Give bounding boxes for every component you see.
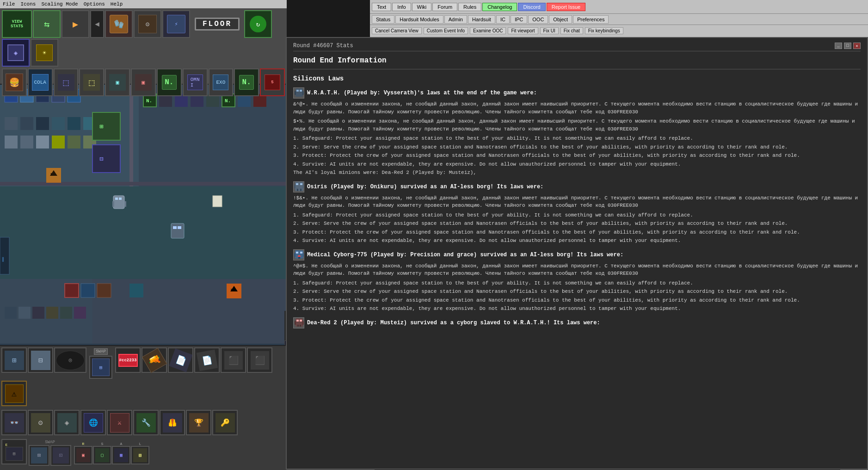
- char-slot-4[interactable]: 🌐: [80, 410, 106, 435]
- svg-rect-67: [295, 88, 303, 97]
- tab-preferences[interactable]: Preferences: [573, 15, 609, 24]
- bottom-item-6[interactable]: ⚠: [1, 381, 27, 406]
- syndie-button[interactable]: #cc2233: [118, 354, 138, 367]
- svg-rect-53: [97, 284, 111, 297]
- report-issue-button[interactable]: Report Issue: [547, 3, 585, 11]
- swap-slot[interactable]: ⇆: [33, 10, 61, 38]
- bottom-slot-3[interactable]: ◎: [54, 347, 86, 373]
- bottom-slot-1[interactable]: ⊞: [1, 347, 27, 373]
- inv-slot-red[interactable]: 5: [260, 68, 285, 96]
- menu-options[interactable]: Options: [84, 1, 105, 7]
- char-slot-7[interactable]: 🦺: [160, 410, 185, 435]
- char-slot-5[interactable]: ⚔: [107, 410, 132, 435]
- inv-slot-4[interactable]: ⬚: [79, 68, 104, 96]
- tab-status[interactable]: Status: [372, 15, 394, 24]
- close-button[interactable]: ✕: [853, 43, 861, 49]
- discord-button[interactable]: Discord: [518, 3, 545, 11]
- action-slot-2[interactable]: ◈: [2, 39, 30, 67]
- menu-scaling[interactable]: Scaling Mode: [41, 1, 78, 7]
- text-button[interactable]: Text: [372, 3, 391, 11]
- swap-slot-b[interactable]: ⊡: [50, 445, 71, 466]
- wiki-button[interactable]: Wiki: [412, 3, 432, 11]
- bottom-item-1[interactable]: 🔫: [142, 347, 167, 373]
- examine-ooc-btn[interactable]: Examine OOC: [470, 27, 506, 34]
- char-slot-6[interactable]: 🔧: [133, 410, 159, 435]
- custom-event-btn[interactable]: Custom Event Info: [424, 27, 468, 34]
- inv-slot-7[interactable]: OMNI: [183, 68, 208, 96]
- swap-main-slot[interactable]: ⊞: [89, 356, 112, 379]
- rules-button[interactable]: Rules: [458, 3, 481, 11]
- round-stats-panel[interactable]: Round #46607 Stats _ □ ✕ Round End Infor…: [286, 37, 868, 470]
- tab-ooc[interactable]: OOC: [528, 15, 548, 24]
- syndie-slot[interactable]: #cc2233: [115, 347, 141, 373]
- char-slot-3[interactable]: ◈: [54, 410, 80, 435]
- fix-keybindings-btn[interactable]: Fix keybindings: [585, 27, 623, 34]
- quick-actions-bar: Cancel Camera View Custom Event Info Exa…: [370, 25, 868, 36]
- changelog-button[interactable]: Changelog: [482, 3, 517, 11]
- bottom-item-4[interactable]: ⬛: [221, 347, 246, 373]
- svg-rect-32: [20, 136, 33, 148]
- bottom-item-2[interactable]: 📄: [168, 347, 193, 373]
- stats-window: Text Info Wiki Forum Rules Changelog Dis…: [370, 0, 868, 37]
- s-slot[interactable]: ▢: [93, 446, 111, 464]
- equip-slot-2[interactable]: ⚙: [134, 10, 161, 38]
- tab-ipc[interactable]: IPC: [511, 15, 527, 24]
- svg-rect-26: [20, 117, 33, 130]
- svg-rect-68: [296, 90, 299, 92]
- menu-file[interactable]: File: [3, 1, 15, 7]
- tab-hardsuit[interactable]: Hardsuit: [468, 15, 495, 24]
- tab-admin[interactable]: Admin: [444, 15, 467, 24]
- equip-slot-3[interactable]: ⚡: [162, 10, 190, 38]
- svg-rect-58: [5, 307, 17, 319]
- entity-wrath-header: W.R.A.T.H. (Played by: Vysserath)'s laws…: [293, 87, 861, 99]
- tab-hardsuit-modules[interactable]: Hardsuit Modules: [395, 15, 443, 24]
- info-button[interactable]: Info: [392, 3, 411, 11]
- fix-chat-btn[interactable]: Fix chat: [560, 27, 583, 34]
- action-slot-1[interactable]: ↻: [244, 10, 272, 38]
- menu-icons[interactable]: Icons: [20, 1, 36, 7]
- l-slot[interactable]: ▧: [131, 446, 149, 464]
- swap-slot-a[interactable]: ⊠: [29, 445, 49, 466]
- bottom-item-5[interactable]: ⬛: [247, 347, 272, 373]
- char-slot-8[interactable]: 🏆: [186, 410, 211, 435]
- entity-medborg-header: Medical Cyborg-775 (Played by: Precision…: [293, 249, 861, 260]
- maximize-button[interactable]: □: [844, 43, 851, 49]
- inv-slot-3[interactable]: ⬚: [54, 68, 79, 96]
- forum-button[interactable]: Forum: [432, 3, 457, 11]
- svg-rect-48: [178, 226, 181, 229]
- view-stats-button[interactable]: VIEWSTATS: [2, 10, 32, 38]
- inv-slot-n[interactable]: N.: [157, 68, 182, 96]
- nav-slot[interactable]: ◀: [90, 10, 104, 38]
- kb-slot-1[interactable]: E ⊞: [1, 439, 27, 464]
- svg-rect-93: [300, 325, 301, 327]
- a-slot[interactable]: ▦: [112, 446, 130, 464]
- minimize-button[interactable]: _: [835, 43, 842, 49]
- game-map[interactable]: ! N. N.: [0, 85, 287, 344]
- osiris-law-2: 2. Serve: Serve the crew of your assigne…: [293, 220, 861, 228]
- cancel-camera-btn[interactable]: Cancel Camera View: [372, 27, 422, 34]
- inv-slot-8[interactable]: EXO: [209, 68, 234, 96]
- r-slot[interactable]: ▣: [74, 446, 92, 464]
- bottom-slot-2[interactable]: ⊟: [28, 347, 53, 373]
- action-slot-3[interactable]: ☀: [31, 39, 58, 67]
- inv-slot-6[interactable]: ▣: [131, 68, 156, 96]
- inv-slot-1[interactable]: 🍔: [2, 68, 27, 96]
- bottom-item-3[interactable]: 📄: [194, 347, 220, 373]
- tab-ic[interactable]: IC: [496, 15, 510, 24]
- char-slot-9[interactable]: 🔑: [212, 410, 238, 435]
- menu-help[interactable]: Help: [111, 1, 123, 7]
- tab-object[interactable]: Object: [549, 15, 572, 24]
- inv-slot-5[interactable]: ▣: [105, 68, 130, 96]
- char-slot-2[interactable]: ⚙: [28, 410, 53, 435]
- fit-viewport-btn[interactable]: Fit viewport: [508, 27, 538, 34]
- svg-rect-75: [294, 185, 295, 188]
- char-slot-1[interactable]: 👓: [1, 410, 27, 435]
- fix-ui-btn[interactable]: Fix UI: [540, 27, 559, 34]
- svg-rect-73: [296, 183, 298, 185]
- move-slot[interactable]: ▶: [62, 10, 89, 38]
- equip-slot-1[interactable]: 🧤: [105, 10, 133, 38]
- svg-rect-33: [36, 136, 49, 148]
- panel-titlebar: Round #46607 Stats _ □ ✕: [293, 43, 861, 51]
- inv-slot-nn[interactable]: N.: [234, 68, 259, 96]
- inv-slot-2[interactable]: COLA: [28, 68, 53, 96]
